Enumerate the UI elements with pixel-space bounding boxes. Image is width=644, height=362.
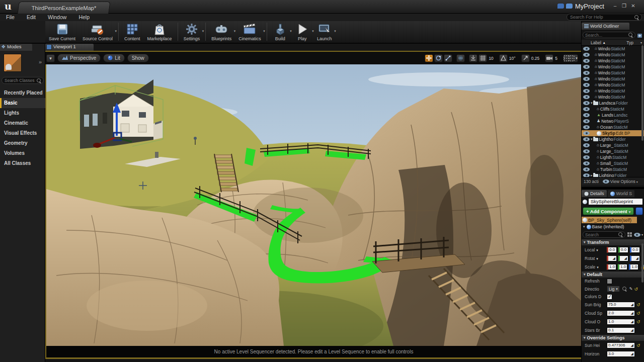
transform-section-header[interactable]: Transform: [582, 239, 644, 245]
mode-item-all-classes[interactable]: All Classes: [0, 158, 45, 168]
location-y-field[interactable]: 0.0: [618, 247, 628, 253]
refresh-checkbox[interactable]: [607, 279, 612, 284]
scale-y-field[interactable]: 1.0: [618, 264, 627, 270]
outliner-scrollbar[interactable]: [641, 45, 643, 141]
view-options-button[interactable]: View Options: [610, 179, 635, 184]
save-current-button[interactable]: Save Current: [45, 21, 79, 44]
visibility-eye-icon[interactable]: [583, 77, 590, 81]
marketplace-button[interactable]: Marketplace: [144, 21, 176, 44]
menu-help[interactable]: Help: [72, 14, 96, 20]
outliner-row[interactable]: ⌂Large_StaticM: [582, 142, 644, 148]
directional-light-dropdown[interactable]: Lig: [607, 286, 620, 292]
outliner-row-selected[interactable]: SkySpEdit BP: [582, 130, 644, 136]
expand-icon[interactable]: »: [39, 59, 42, 65]
visibility-eye-icon[interactable]: [583, 71, 590, 75]
outliner-row[interactable]: ▲LandsLandsc: [582, 112, 644, 118]
rotation-snap-value[interactable]: 10°: [508, 56, 517, 61]
cinematics-button[interactable]: Cinematics ▾: [235, 21, 265, 44]
sun-brightness-field[interactable]: 75.0◢: [607, 302, 635, 308]
mode-item-recently-placed[interactable]: Recently Placed: [0, 88, 45, 98]
outliner-row[interactable]: ⌂OceanStaticM: [582, 124, 644, 130]
content-button[interactable]: Content: [121, 21, 144, 44]
outliner-row[interactable]: ⌂WindoStaticM: [582, 64, 644, 70]
outliner-row[interactable]: ⌂WindoStaticM: [582, 52, 644, 58]
visibility-eye-icon[interactable]: [583, 53, 590, 57]
feedback-icon[interactable]: [557, 4, 564, 9]
surface-snap-button[interactable]: [469, 54, 477, 62]
cloud-opacity-field[interactable]: 1.0◢: [607, 319, 635, 325]
place-mode-icon[interactable]: [4, 54, 22, 72]
details-search-input[interactable]: Search: [583, 231, 625, 238]
component-base-row[interactable]: ▾ Base (Inherited): [582, 223, 644, 230]
mode-item-basic[interactable]: Basic: [0, 98, 45, 108]
viewport-options-dropdown[interactable]: ▾: [46, 54, 55, 62]
mode-item-cinematic[interactable]: Cinematic: [0, 118, 45, 128]
play-button[interactable]: Play ▾: [291, 21, 313, 44]
outliner-column-headers[interactable]: Label ▲ Typ ▾: [582, 40, 644, 46]
maximize-viewport-button[interactable]: ▾: [563, 54, 578, 62]
add-actor-icon[interactable]: [636, 32, 643, 38]
scale-snap-value[interactable]: 0.25: [530, 56, 541, 61]
perspective-button[interactable]: Perspective: [57, 54, 101, 62]
details-scrollbar[interactable]: [641, 243, 643, 283]
outliner-row[interactable]: ⌂Small_StaticM: [582, 160, 644, 166]
chevron-down-icon[interactable]: ▾: [334, 29, 336, 33]
build-button[interactable]: Build ▾: [269, 21, 291, 44]
camera-speed-button[interactable]: [545, 54, 553, 62]
outliner-row[interactable]: ⌂Large_StaticM: [582, 148, 644, 154]
horizon-field[interactable]: 3.0◢: [607, 351, 635, 357]
location-label[interactable]: Local: [585, 247, 607, 252]
move-tool-button[interactable]: [425, 54, 433, 62]
visibility-eye-icon[interactable]: [583, 167, 590, 171]
expand-arrow-icon[interactable]: ▾: [591, 101, 593, 105]
source-control-button[interactable]: Source Control ▾: [79, 21, 116, 44]
column-label[interactable]: Label: [591, 40, 601, 45]
rotation-y-field[interactable]: ◢: [618, 255, 628, 261]
scale-tool-button[interactable]: [444, 54, 452, 62]
outliner-row[interactable]: ⌂CliffsStaticM: [582, 106, 644, 112]
rotation-z-field[interactable]: ◢: [630, 255, 640, 261]
help-search-input[interactable]: Search For Help: [567, 14, 642, 21]
rotate-tool-button[interactable]: [434, 54, 443, 62]
outliner-row[interactable]: ⌂WindoStaticM: [582, 94, 644, 100]
visibility-eye-icon[interactable]: [583, 143, 590, 147]
maximize-button[interactable]: ❐: [620, 2, 628, 10]
visibility-eye-icon[interactable]: [583, 47, 590, 51]
outliner-search-input[interactable]: Search...: [583, 32, 635, 38]
visibility-eye-icon[interactable]: [583, 125, 590, 129]
add-component-button[interactable]: + Add Component: [583, 207, 634, 215]
details-tab[interactable]: Details: [582, 190, 607, 197]
chevron-down-icon[interactable]: ▾: [115, 29, 117, 33]
visibility-eye-icon[interactable]: [583, 131, 590, 135]
mode-item-geometry[interactable]: Geometry: [0, 138, 45, 148]
scale-snap-button[interactable]: [521, 54, 530, 62]
edit-pencil-icon[interactable]: ✎: [629, 287, 633, 291]
mode-item-lights[interactable]: Lights: [0, 108, 45, 118]
lit-mode-button[interactable]: Lit: [103, 54, 125, 62]
mode-item-volumes[interactable]: Volumes: [0, 148, 45, 158]
menu-edit[interactable]: Edit: [21, 14, 42, 20]
visibility-eye-icon[interactable]: [583, 95, 590, 99]
show-menu-button[interactable]: Show: [127, 54, 149, 62]
outliner-row[interactable]: ⌂WindoStaticM: [582, 82, 644, 88]
visibility-eye-icon[interactable]: [583, 113, 590, 117]
expand-arrow-icon[interactable]: ▾: [591, 137, 593, 141]
rotation-label[interactable]: Rotat: [585, 256, 607, 261]
visibility-eye-icon[interactable]: [583, 83, 590, 87]
visibility-eye-icon[interactable]: [583, 155, 590, 159]
visibility-eye-icon[interactable]: [583, 149, 590, 153]
scale-label[interactable]: Scale: [585, 264, 607, 269]
reset-arrow-icon[interactable]: ↺: [636, 343, 640, 348]
actor-name-field[interactable]: SkySphereBlueprint: [588, 198, 643, 205]
visibility-eye-icon[interactable]: [583, 89, 590, 93]
outliner-row[interactable]: ⌂WindoStaticM: [582, 76, 644, 82]
edit-blueprint-button[interactable]: [635, 207, 643, 215]
reset-arrow-icon[interactable]: ↺: [634, 287, 638, 292]
filter-icon[interactable]: [627, 232, 632, 237]
modes-tab[interactable]: Modes: [0, 44, 32, 51]
chevron-down-icon[interactable]: ▾: [263, 29, 265, 33]
display-filter-eye-icon[interactable]: [634, 233, 640, 237]
camera-speed-value[interactable]: 5: [553, 56, 559, 61]
outliner-row[interactable]: ⌂WindoStaticM: [582, 70, 644, 76]
scale-z-field[interactable]: 1.0: [629, 264, 638, 270]
